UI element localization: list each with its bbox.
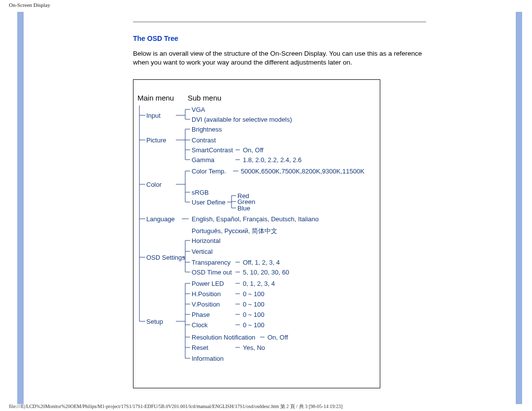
sub-reset-vals: Yes, No: [243, 344, 265, 351]
sub-gamma: Gamma: [192, 156, 214, 164]
sub-hposition: H.Position: [192, 290, 221, 298]
sub-transparency: Transparency: [192, 259, 231, 266]
sub-smartcontrast-vals: On, Off: [243, 146, 264, 154]
sub-vertical: Vertical: [192, 248, 213, 255]
osd-tree: Main menu Sub menu: [133, 80, 380, 113]
doc-header-title: On-Screen Display: [9, 2, 50, 8]
sub-gamma-vals: 1.8, 2.0, 2.2, 2.4, 2.6: [243, 156, 301, 164]
main-osd-settings: OSD Settings: [146, 254, 185, 261]
sub-clock: Clock: [192, 321, 208, 329]
sub-vposition: V.Position: [192, 301, 220, 308]
section-title: The OSD Tree: [133, 34, 426, 42]
content-area: The OSD Tree Below is an overall view of…: [133, 22, 426, 388]
sub-languages-2: Português, Русский, 简体中文: [192, 227, 277, 236]
divider: [133, 22, 426, 22]
sub-clock-vals: 0 ~ 100: [243, 321, 265, 329]
sub-contrast: Contrast: [192, 137, 216, 144]
sub-horizontal: Horizontal: [192, 237, 221, 244]
footer-path: file:///E|/LCD%20Monitor%20OEM/Philips/M…: [9, 403, 342, 410]
sub-brightness: Brightness: [192, 126, 222, 133]
main-picture: Picture: [146, 137, 166, 144]
sub-hposition-vals: 0 ~ 100: [243, 290, 265, 298]
sub-languages-1: English, Español, Français, Deutsch, Ita…: [192, 215, 319, 223]
sub-blue: Blue: [237, 205, 250, 212]
sub-color-temp: Color Temp.: [192, 168, 226, 175]
main-input: Input: [146, 112, 161, 119]
main-menu-header: Main menu: [137, 94, 174, 102]
sub-dvi: DVI (available for selective models): [192, 116, 292, 123]
sub-smartcontrast: SmartContrast: [192, 146, 233, 154]
sub-power-led: Power LED: [192, 280, 224, 287]
main-color: Color: [146, 181, 162, 188]
sub-resolution-notif: Resolution Notification: [192, 334, 255, 341]
sub-power-led-vals: 0, 1, 2, 3, 4: [243, 280, 275, 287]
right-margin-bar: [516, 12, 522, 404]
sub-vposition-vals: 0 ~ 100: [243, 301, 265, 308]
sub-transparency-vals: Off, 1, 2, 3, 4: [243, 259, 280, 266]
sub-user-define: User Define: [192, 199, 226, 206]
section-intro: Below is an overall view of the structur…: [133, 49, 426, 67]
main-language: Language: [146, 215, 175, 223]
left-margin-bar: [17, 12, 24, 404]
sub-vga: VGA: [192, 106, 205, 113]
sub-phase-vals: 0 ~ 100: [243, 311, 265, 318]
sub-color-temp-vals: 5000K,6500K,7500K,8200K,9300K,11500K: [241, 168, 365, 175]
main-setup: Setup: [146, 318, 163, 325]
sub-information: Information: [192, 355, 224, 362]
sub-osd-timeout-vals: 5, 10, 20, 30, 60: [243, 269, 289, 276]
sub-resolution-notif-vals: On, Off: [267, 334, 288, 341]
sub-srgb: sRGB: [192, 189, 209, 196]
osd-tree-box: Main menu Sub menu: [133, 79, 380, 388]
sub-osd-timeout: OSD Time out: [192, 269, 232, 276]
sub-menu-header: Sub menu: [188, 94, 221, 102]
page-frame: The OSD Tree Below is an overall view of…: [17, 12, 522, 404]
sub-reset: Reset: [192, 344, 208, 351]
sub-phase: Phase: [192, 311, 210, 318]
